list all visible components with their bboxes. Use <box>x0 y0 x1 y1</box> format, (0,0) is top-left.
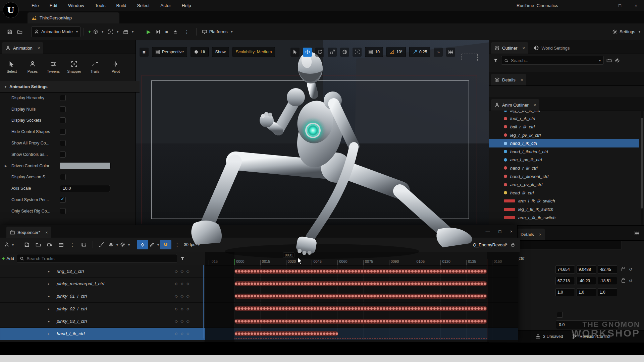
anim-tool-trails[interactable]: Trails <box>85 56 105 78</box>
table-view-icon[interactable] <box>634 230 640 236</box>
anim-outliner-item[interactable]: leg_r_pv_ik_ctrl <box>489 131 639 139</box>
next-key-button[interactable]: ◇ <box>186 307 189 311</box>
lock-icon[interactable] <box>622 268 625 271</box>
tab-outliner[interactable]: Outliner × <box>491 42 528 54</box>
auto-key-dropdown[interactable]: ▾ <box>148 240 160 249</box>
save-sequence-button[interactable] <box>21 240 33 249</box>
sequencer-vertical-scrollbar[interactable] <box>203 265 204 339</box>
track-row[interactable]: ▸pinky_02_l_ctrl◇◇◇ <box>0 303 205 315</box>
tab-world-settings[interactable]: World Settings <box>530 42 573 54</box>
anim-tool-snapper[interactable]: Snapper <box>64 56 85 78</box>
next-key-button[interactable]: ◇ <box>186 282 189 286</box>
playhead-line[interactable] <box>288 260 288 340</box>
playhead-frame-label[interactable]: 0031 <box>283 252 294 258</box>
menu-item-help[interactable]: Help <box>178 0 195 11</box>
value-field[interactable]: 1.0 <box>598 288 617 296</box>
anim-outliner-item[interactable]: hand_r_ikorient_ctrl <box>489 172 639 181</box>
setting-checkbox[interactable] <box>60 129 66 135</box>
menu-item-file[interactable]: File <box>28 0 43 11</box>
prev-key-button[interactable]: ◇ <box>175 269 177 274</box>
outliner-settings-gear-icon[interactable] <box>614 58 620 63</box>
close-button[interactable]: × <box>628 0 644 11</box>
snapping-button[interactable] <box>160 240 171 249</box>
expander-icon[interactable]: ▸ <box>48 294 50 298</box>
render-movie-button[interactable] <box>55 240 67 249</box>
track-filter-icon[interactable] <box>180 256 185 261</box>
anim-tool-poses[interactable]: Poses <box>22 56 43 78</box>
track-row[interactable]: ▸ring_03_l_ctrl◇◇◇ <box>0 265 205 278</box>
tab-animation[interactable]: Animation × <box>2 42 43 54</box>
close-icon[interactable]: × <box>510 229 513 234</box>
scrollbar-thumb[interactable] <box>641 118 643 208</box>
add-keyframe-button[interactable] <box>137 240 148 249</box>
viewport[interactable] <box>136 40 489 225</box>
settings-dropdown[interactable]: Settings ▾ <box>610 27 643 37</box>
prev-key-button[interactable]: ◇ <box>175 282 177 286</box>
save-button[interactable] <box>5 27 15 37</box>
lock-icon[interactable] <box>622 280 625 283</box>
curve-editor-button[interactable] <box>96 240 107 249</box>
play-button[interactable]: ▶ <box>142 27 153 37</box>
prev-key-button[interactable]: ◇ <box>175 331 177 336</box>
tab-level[interactable]: ThirdPersonMap <box>28 12 119 23</box>
anim-outliner-scrollbar[interactable] <box>641 111 643 225</box>
animation-settings-header[interactable]: ▼ Animation Settings <box>0 81 140 93</box>
track-row[interactable]: ▸pinky_01_l_ctrl◇◇◇ <box>0 290 205 303</box>
close-icon[interactable]: × <box>38 46 40 51</box>
anim-outliner-item[interactable]: arm_l_pv_ik_ctrl <box>489 156 639 164</box>
anim-tool-select[interactable]: Select <box>1 56 22 78</box>
minimize-button[interactable]: — <box>596 0 612 11</box>
next-key-button[interactable]: ◇ <box>186 294 189 298</box>
value-field[interactable]: -82.45 <box>598 265 617 274</box>
maximize-icon[interactable]: □ <box>499 229 501 234</box>
expander-icon[interactable]: ▶ <box>5 164 7 168</box>
add-key-button[interactable]: ◇ <box>180 294 183 298</box>
rotate-tool-button[interactable] <box>315 48 324 57</box>
tab-details-bottom[interactable]: Details × <box>517 229 545 240</box>
value-field[interactable]: 1.0 <box>555 288 575 296</box>
reset-icon[interactable]: ↺ <box>629 279 632 283</box>
anim-tool-pivot[interactable]: Pivot <box>105 56 126 78</box>
edit-details-button[interactable] <box>78 240 90 249</box>
create-camera-button[interactable] <box>44 240 55 249</box>
anim-outliner-item[interactable]: hand_r_ik_ctrl <box>489 164 639 172</box>
expander-icon[interactable]: ▸ <box>48 269 50 273</box>
menu-item-select[interactable]: Select <box>133 0 154 11</box>
lock-icon[interactable] <box>511 242 515 247</box>
value-field[interactable]: 9.0488 <box>577 265 596 274</box>
anim-outliner-item[interactable]: foot_r_ik_ctrl <box>489 115 639 123</box>
scale-tool-button[interactable] <box>328 48 337 57</box>
value-field[interactable]: 74.654 <box>555 265 575 274</box>
setting-checkbox[interactable] <box>60 106 66 112</box>
details-checkbox[interactable] <box>557 312 563 318</box>
platforms-dropdown[interactable]: Platforms ▾ <box>200 27 235 37</box>
cinematics-dropdown[interactable]: ▾ <box>121 27 136 37</box>
prev-key-button[interactable]: ◇ <box>175 319 177 323</box>
timeline-ruler[interactable]: -015000000150030004500600075009001050120… <box>205 252 518 265</box>
camera-speed-button[interactable]: » <box>434 48 443 57</box>
setting-checkbox[interactable] <box>60 152 66 158</box>
select-tool-button[interactable] <box>290 48 300 57</box>
track-row[interactable]: ▸hand_l_ik_ctrl◇◇◇ <box>0 328 205 340</box>
keyframe-band[interactable] <box>234 306 487 311</box>
anim-outliner-item[interactable]: arm_r_fk_ik_switch <box>489 214 639 222</box>
next-key-button[interactable]: ◇ <box>186 331 189 336</box>
setting-checkbox[interactable] <box>60 95 66 101</box>
video-progress-bar[interactable] <box>0 355 644 362</box>
playback-options-dropdown[interactable]: ▾ <box>119 240 131 249</box>
minimize-icon[interactable]: — <box>486 229 490 234</box>
add-key-button[interactable]: ◇ <box>180 319 183 323</box>
maximize-viewport-button[interactable] <box>446 48 455 57</box>
editor-mode-dropdown[interactable]: Animation Mode ▾ <box>31 26 80 37</box>
keyframe-band[interactable] <box>234 319 487 324</box>
eject-button[interactable] <box>170 27 180 37</box>
tab-details[interactable]: Details × <box>491 74 526 85</box>
expander-icon[interactable]: ▸ <box>48 282 50 286</box>
add-key-button[interactable]: ◇ <box>180 269 183 274</box>
menu-item-actor[interactable]: Actor <box>156 0 175 11</box>
setting-input[interactable]: 10.0 <box>60 185 110 192</box>
close-icon[interactable]: × <box>45 230 48 235</box>
menu-item-build[interactable]: Build <box>112 0 130 11</box>
anim-tool-tweens[interactable]: Tweens <box>43 56 64 78</box>
close-icon[interactable]: × <box>521 77 523 82</box>
